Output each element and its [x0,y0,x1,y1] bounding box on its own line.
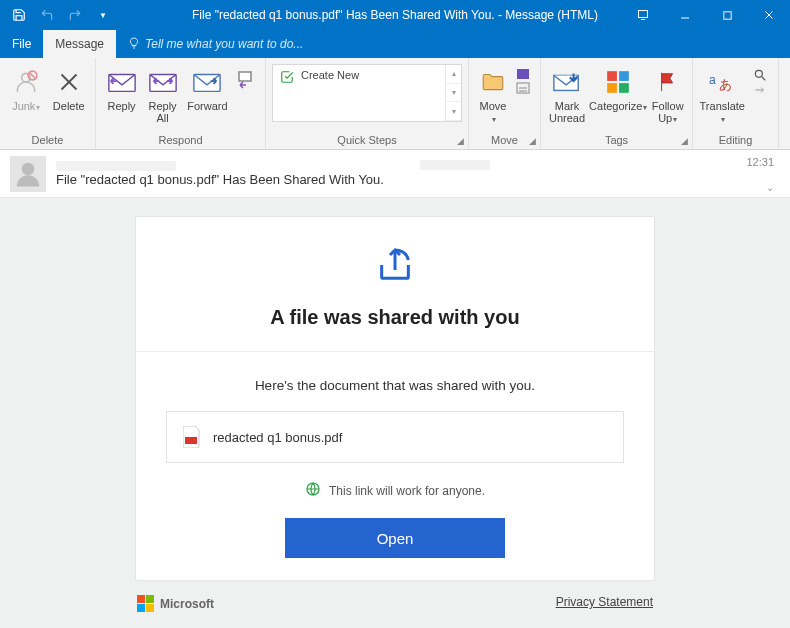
zoom-button[interactable]: Zoom [785,64,790,114]
svg-point-28 [22,162,35,175]
recipient-redacted [420,160,490,170]
share-icon [375,245,415,288]
gallery-scroll[interactable]: ▴▾▾ [445,65,461,121]
svg-rect-19 [619,71,629,81]
more-icon [237,66,255,98]
message-body: A file was shared with you Here's the do… [0,198,790,628]
qat-dropdown-icon[interactable]: ▼ [90,2,116,28]
undo-icon[interactable] [34,2,60,28]
delete-icon [53,66,85,98]
flag-icon [652,66,684,98]
quick-steps-gallery[interactable]: Create New ▴▾▾ [272,64,462,122]
microsoft-logo: Microsoft [137,595,214,612]
more-respond-button[interactable] [233,64,259,100]
svg-rect-21 [619,83,629,93]
maximize-icon[interactable] [706,0,748,30]
link-scope-note: This link will work for anyone. [305,481,485,500]
mark-unread-icon [551,66,583,98]
svg-rect-3 [723,11,730,18]
svg-rect-15 [517,69,529,79]
forward-icon [191,66,223,98]
pdf-file-icon [183,426,201,448]
svg-line-25 [762,77,766,81]
sender-redacted [56,161,176,171]
svg-rect-18 [607,71,617,81]
create-new-icon [279,69,295,85]
translate-icon: aあ [706,66,738,98]
svg-text:あ: あ [719,77,732,92]
quick-access-toolbar: ▼ [0,2,116,28]
ribbon-tabs: File Message Tell me what you want to do… [0,30,790,58]
sender-avatar [10,156,46,192]
reply-all-icon [147,66,179,98]
create-new-label: Create New [301,69,359,81]
translate-button[interactable]: aあ Translate▾ [699,64,746,128]
reply-all-button[interactable]: Reply All [143,64,182,126]
microsoft-logo-icon [137,595,154,612]
privacy-link[interactable]: Privacy Statement [556,595,653,612]
group-move: Move▾ Move ◢ [469,58,541,149]
message-time: 12:31 [746,156,774,168]
shared-file-row[interactable]: redacted q1 bonus.pdf [166,411,624,463]
group-delete: Junk▾ Delete Delete [0,58,96,149]
message-header: File "redacted q1 bonus.pdf" Has Been Sh… [0,150,790,198]
window-controls [622,0,790,30]
open-button[interactable]: Open [285,518,505,558]
dialog-launcher-icon[interactable]: ◢ [526,135,538,147]
group-zoom: Zoom Zoom [779,58,790,149]
svg-point-24 [755,70,762,77]
group-tags: Mark Unread Categorize▾ Follow Up▾ Tags … [541,58,693,149]
dialog-launcher-icon[interactable]: ◢ [454,135,466,147]
svg-rect-20 [607,83,617,93]
expand-header-icon[interactable]: ⌄ [766,182,774,193]
close-icon[interactable] [748,0,790,30]
find-icon [751,66,769,98]
ribbon-display-options-icon[interactable] [622,0,664,30]
tab-message[interactable]: Message [43,30,116,58]
tell-me-search[interactable]: Tell me what you want to do... [116,30,303,58]
svg-rect-29 [185,437,197,444]
move-folder-icon [477,66,509,98]
categorize-button[interactable]: Categorize▾ [589,64,647,116]
group-quick-steps: Create New ▴▾▾ Quick Steps ◢ [266,58,469,149]
mark-unread-button[interactable]: Mark Unread [547,64,587,126]
reply-icon [106,66,138,98]
group-respond: Reply Reply All Forward Respond [96,58,266,149]
junk-button[interactable]: Junk▾ [6,64,47,116]
share-card: A file was shared with you Here's the do… [135,216,655,581]
categorize-icon [602,66,634,98]
ribbon: Junk▾ Delete Delete Reply [0,58,790,150]
editing-tools-button[interactable] [748,64,772,100]
message-subject: File "redacted q1 bonus.pdf" Has Been Sh… [56,172,384,187]
svg-text:a: a [709,73,716,87]
group-editing: aあ Translate▾ Editing [693,58,779,149]
window-title: File "redacted q1 bonus.pdf" Has Been Sh… [192,8,598,22]
message-from: File "redacted q1 bonus.pdf" Has Been Sh… [56,161,384,187]
svg-rect-0 [639,11,648,18]
delete-button[interactable]: Delete [49,64,90,114]
tab-file[interactable]: File [0,30,43,58]
junk-icon [10,66,42,98]
lightbulb-icon [128,37,140,52]
actions-icon [515,66,533,98]
save-icon[interactable] [6,2,32,28]
minimize-icon[interactable] [664,0,706,30]
card-footer: Microsoft Privacy Statement [135,581,655,626]
move-button[interactable]: Move▾ [475,64,511,128]
shared-file-name: redacted q1 bonus.pdf [213,430,342,445]
tell-me-placeholder: Tell me what you want to do... [145,37,303,51]
move-actions-button[interactable] [513,64,535,100]
follow-up-button[interactable]: Follow Up▾ [649,64,686,128]
svg-rect-14 [239,72,251,81]
title-bar: ▼ File "redacted q1 bonus.pdf" Has Been … [0,0,790,30]
forward-button[interactable]: Forward [184,64,231,114]
share-heading: A file was shared with you [270,306,519,329]
share-subtext: Here's the document that was shared with… [255,378,535,393]
reply-button[interactable]: Reply [102,64,141,114]
redo-icon[interactable] [62,2,88,28]
dialog-launcher-icon[interactable]: ◢ [678,135,690,147]
globe-icon [305,481,321,500]
